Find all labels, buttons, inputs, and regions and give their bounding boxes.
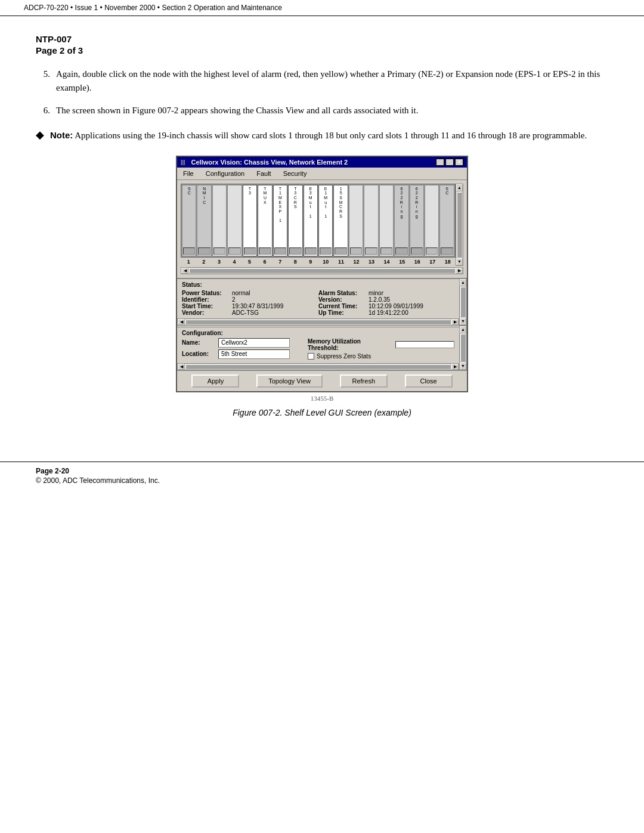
identifier-label: Identifier: — [182, 296, 230, 303]
figure-container: ||| Cellworx Vision: Chassis View, Netwo… — [36, 156, 608, 417]
location-input[interactable] — [218, 349, 290, 359]
doc-footer: Page 2-20 © 2000, ADC Telecommunications… — [0, 462, 644, 490]
status-grid: Power Status: normal Identifier: 2 Start… — [182, 290, 454, 316]
suppress-checkbox[interactable] — [308, 353, 314, 360]
apply-button[interactable]: Apply — [191, 374, 239, 388]
note-text: Note: Applications using the 19-inch cha… — [50, 128, 587, 144]
slot-9: E3Mut 1 — [304, 185, 318, 256]
header-text: ADCP-70-220 • Issue 1 • November 2000 • … — [24, 4, 282, 12]
status-area: Status: Power Status: normal Identifier:… — [177, 278, 467, 326]
menu-fault[interactable]: Fault — [250, 169, 277, 178]
window-title-bar: ||| Cellworx Vision: Chassis View, Netwo… — [177, 157, 467, 168]
name-row: Name: — [182, 338, 290, 348]
menu-configuration[interactable]: Configuration — [200, 169, 250, 178]
config-scroll-right[interactable]: ▶ — [451, 364, 459, 370]
config-area: Configuration: Name: Location: — [177, 326, 467, 370]
location-label: Location: — [182, 351, 215, 357]
doc-header: ADCP-70-220 • Issue 1 • November 2000 • … — [0, 0, 644, 16]
status-scroll-down[interactable]: ▼ — [460, 318, 466, 325]
status-scroll-thumb[interactable] — [460, 287, 466, 317]
status-h-thumb[interactable] — [185, 320, 451, 324]
slot-13 — [364, 185, 378, 256]
slot-2: NMIC — [197, 185, 211, 256]
current-time-row: Current Time: 10:12:09 09/01/1999 — [318, 303, 454, 309]
slot-3 — [212, 185, 227, 256]
slot-num-4: 4 — [227, 259, 242, 265]
status-h-scrollbar[interactable]: ◀ ▶ — [177, 318, 459, 326]
name-input[interactable] — [218, 338, 290, 348]
chassis-view-window: ||| Cellworx Vision: Chassis View, Netwo… — [176, 156, 468, 392]
config-h-scrollbar[interactable]: ◀ ▶ — [177, 363, 459, 370]
slot-6: TMUX — [258, 185, 272, 256]
start-time-label: Start Time: — [182, 303, 230, 309]
config-scroll-left[interactable]: ◀ — [178, 364, 185, 370]
topology-view-button[interactable]: Topology View — [256, 374, 323, 388]
config-scroll-thumb[interactable] — [460, 334, 466, 362]
scroll-thumb[interactable] — [457, 192, 462, 258]
window-controls[interactable]: _ □ X — [436, 159, 463, 166]
name-label: Name: — [182, 339, 215, 346]
version-value: 1.2.0.35 — [369, 296, 390, 303]
config-left: Name: Location: — [182, 338, 290, 361]
maximize-button[interactable]: □ — [445, 159, 454, 166]
slot-15: 622Ring — [394, 185, 408, 256]
refresh-button[interactable]: Refresh — [340, 374, 388, 388]
item-num: 5. — [36, 67, 50, 95]
status-section: Status: Power Status: normal Identifier:… — [177, 278, 459, 318]
h-scroll-thumb[interactable] — [189, 268, 455, 273]
minimize-button[interactable]: _ — [436, 159, 444, 166]
alarm-status-row: Alarm Status: minor — [318, 290, 454, 296]
status-v-scrollbar[interactable]: ▲ ▼ — [459, 278, 467, 326]
suppress-row: Suppress Zero Stats — [308, 353, 454, 360]
config-scroll-up[interactable]: ▲ — [460, 326, 466, 333]
slot-num-2: 2 — [197, 259, 212, 265]
ntp-page: Page 2 of 3 — [36, 45, 608, 55]
scroll-left-arrow[interactable]: ◀ — [181, 268, 188, 274]
slot-1: SC — [182, 185, 196, 256]
slot-16: 622Ring — [410, 185, 424, 256]
config-h-thumb[interactable] — [185, 364, 451, 369]
slot-num-10: 10 — [318, 259, 333, 265]
config-v-scrollbar[interactable]: ▲ ▼ — [459, 326, 467, 370]
config-scroll-down[interactable]: ▼ — [460, 363, 466, 370]
current-time-label: Current Time: — [318, 303, 366, 309]
close-window-button[interactable]: Close — [405, 374, 453, 388]
slot-num-9: 9 — [304, 259, 318, 265]
memory-bar — [395, 341, 454, 348]
status-scroll-right[interactable]: ▶ — [451, 319, 459, 325]
version-row: Version: 1.2.0.35 — [318, 296, 454, 303]
chassis-area: SC NMIC — [177, 180, 467, 278]
close-button[interactable]: X — [455, 159, 463, 166]
menu-security[interactable]: Security — [277, 169, 313, 178]
location-row: Location: — [182, 349, 290, 359]
uptime-label: Up Time: — [318, 309, 366, 316]
power-status-row: Power Status: normal — [182, 290, 318, 296]
config-right: Memory Utilization Threshold: Suppress Z… — [308, 338, 454, 360]
alarm-status-value: minor — [369, 290, 383, 296]
list-item: 6. The screen shown in Figure 007-2 appe… — [36, 104, 608, 117]
slot-num-3: 3 — [212, 259, 227, 265]
scroll-up-arrow[interactable]: ▲ — [456, 184, 463, 191]
menu-file[interactable]: File — [177, 169, 200, 178]
chassis-h-scrollbar[interactable]: ◀ ▶ — [181, 267, 463, 274]
slot-num-12: 12 — [349, 259, 364, 265]
slot-8: T3CRS — [288, 185, 302, 256]
status-scroll-left[interactable]: ◀ — [178, 319, 185, 325]
main-content: NTP-007 Page 2 of 3 5. Again, double cli… — [0, 16, 644, 450]
slot-num-13: 13 — [364, 259, 379, 265]
chassis-scrollbar[interactable]: ▲ ▼ — [456, 184, 463, 266]
power-status-value: normal — [232, 290, 250, 296]
slot-num-8: 8 — [288, 259, 303, 265]
power-status-label: Power Status: — [182, 290, 230, 296]
status-scroll-up[interactable]: ▲ — [460, 279, 466, 286]
scroll-right-arrow[interactable]: ▶ — [456, 268, 463, 274]
slot-14 — [379, 185, 394, 256]
vendor-value: ADC-TSG — [232, 309, 259, 316]
scroll-down-arrow[interactable]: ▼ — [456, 258, 463, 265]
status-main: Status: Power Status: normal Identifier:… — [177, 278, 459, 326]
slot-11: 15SMCRS — [333, 185, 348, 256]
slot-num-11: 11 — [334, 259, 349, 265]
slot-num-16: 16 — [410, 259, 425, 265]
identifier-row: Identifier: 2 — [182, 296, 318, 303]
note-arrow-icon: ◆ — [36, 127, 44, 144]
